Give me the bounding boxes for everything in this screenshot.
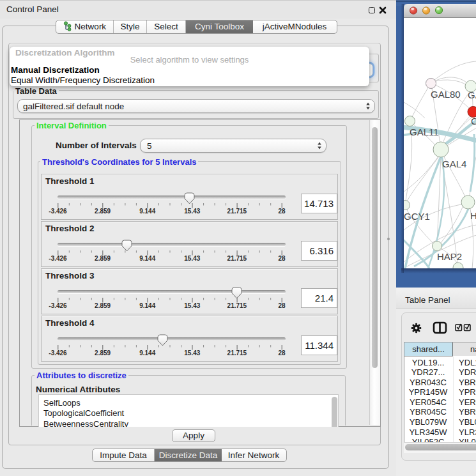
svg-text:GA: GA (468, 89, 476, 100)
svg-text:GAL4: GAL4 (442, 158, 466, 169)
svg-text:GAL11: GAL11 (410, 127, 439, 137)
svg-text:GCY1: GCY1 (404, 211, 430, 222)
svg-text:HA: HA (470, 210, 476, 221)
svg-text:GAL80: GAL80 (431, 89, 461, 100)
svg-text:HAP2: HAP2 (437, 251, 462, 262)
svg-text:CY: CY (471, 116, 476, 127)
